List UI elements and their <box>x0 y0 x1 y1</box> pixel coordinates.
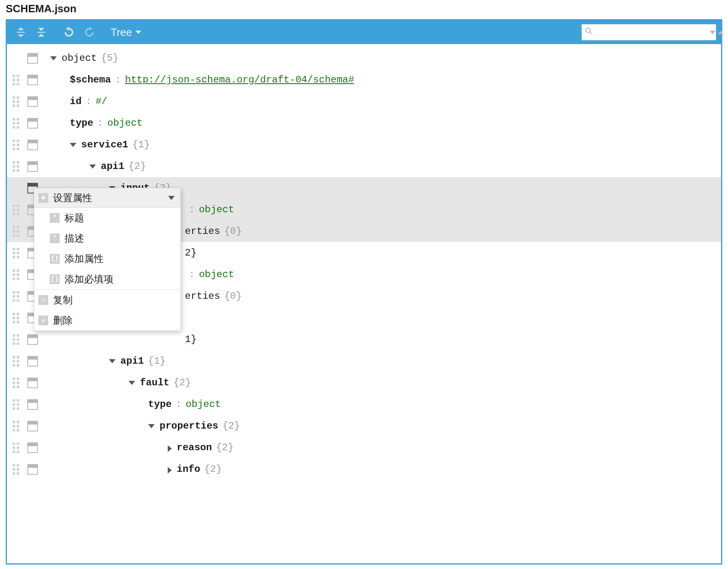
drag-handle-icon[interactable] <box>13 226 23 237</box>
tree-row[interactable]: $schema:http://json-schema.org/draft-04/… <box>7 69 721 91</box>
drag-handle-icon[interactable] <box>13 378 23 388</box>
tree-row[interactable]: properties{2} <box>7 415 721 437</box>
context-menu-item[interactable]: ❐复制 <box>34 290 180 310</box>
context-menu-item[interactable]: "标题 <box>34 208 180 228</box>
plus-icon: + <box>38 193 48 203</box>
row-menu-button[interactable] <box>27 356 38 367</box>
tree-row[interactable]: api1{2} <box>7 156 721 177</box>
tree-row[interactable]: type:object <box>7 112 721 134</box>
svg-marker-0 <box>18 27 24 30</box>
row-menu-button[interactable] <box>27 118 38 129</box>
drag-handle-icon[interactable] <box>13 96 23 107</box>
node-key: 2} <box>185 247 197 258</box>
node-count: {1} <box>148 356 166 367</box>
row-menu-button[interactable] <box>27 378 38 388</box>
row-menu-button[interactable] <box>27 399 38 410</box>
chevron-down-icon <box>135 31 141 34</box>
caret-down-icon[interactable] <box>50 56 57 60</box>
context-menu-item[interactable]: []添加必填项 <box>34 269 180 289</box>
search-icon <box>584 27 593 38</box>
row-menu-button[interactable] <box>27 464 38 475</box>
tree-row[interactable]: fault{2} <box>7 372 721 393</box>
drag-handle-icon[interactable] <box>13 313 23 323</box>
row-menu-button[interactable] <box>27 53 38 64</box>
search-prev-icon[interactable] <box>718 31 724 34</box>
node-count: {2} <box>173 377 191 388</box>
row-menu-button[interactable] <box>27 442 38 453</box>
drag-handle-icon[interactable] <box>13 248 23 258</box>
tree-row[interactable]: id :#/ <box>7 91 721 112</box>
row-menu-button[interactable] <box>27 140 38 150</box>
caret-down-icon[interactable] <box>89 164 96 169</box>
drag-handle-icon[interactable] <box>13 140 23 150</box>
drag-handle-icon[interactable] <box>13 291 23 302</box>
node-key: service1 <box>81 139 128 150</box>
key-separator: : <box>189 204 195 215</box>
context-menu-item[interactable]: {}添加属性 <box>34 249 180 269</box>
redo-button[interactable] <box>80 23 98 41</box>
drag-handle-icon[interactable] <box>13 269 23 280</box>
node-count: {5} <box>101 53 118 64</box>
context-menu-item[interactable]: ✕删除 <box>34 310 180 331</box>
context-menu-item-label: 删除 <box>53 314 73 327</box>
svg-marker-7 <box>89 27 93 31</box>
caret-down-icon[interactable] <box>129 381 135 385</box>
drag-handle-icon[interactable] <box>13 75 23 85</box>
svg-marker-3 <box>38 28 44 31</box>
search-input[interactable] <box>596 27 708 38</box>
drag-handle-icon[interactable] <box>13 334 23 345</box>
tree-row[interactable]: type:object <box>7 393 721 415</box>
tree-row[interactable]: info{2} <box>7 458 721 480</box>
node-count: {0} <box>224 226 242 237</box>
node-value[interactable]: http://json-schema.org/draft-04/schema# <box>125 74 354 85</box>
row-menu-button[interactable] <box>27 96 38 107</box>
search-box[interactable] <box>582 24 716 40</box>
editor-frame: Tree object{5}$schema:http://json-schema… <box>6 19 722 565</box>
drag-handle-icon[interactable] <box>13 356 23 367</box>
mode-select[interactable]: Tree <box>111 26 141 39</box>
key-separator: : <box>115 74 121 85</box>
tree-row[interactable]: api1{1} <box>7 350 721 372</box>
caret-right-icon[interactable] <box>168 445 172 452</box>
row-menu-button[interactable] <box>27 334 38 345</box>
row-menu-button[interactable] <box>27 161 38 172</box>
caret-down-icon[interactable] <box>109 359 115 363</box>
tree-row[interactable]: 1} <box>7 329 721 350</box>
node-key: reason <box>177 442 212 453</box>
drag-handle-icon[interactable] <box>13 421 23 431</box>
node-value: object <box>107 118 142 129</box>
drag-handle-icon[interactable] <box>13 442 23 453</box>
node-key: type <box>148 399 172 410</box>
caret-down-icon[interactable] <box>148 424 155 428</box>
context-menu-item-label: 复制 <box>53 293 73 307</box>
context-menu-title: 设置属性 <box>53 191 168 204</box>
svg-marker-6 <box>66 27 69 31</box>
tree-body: object{5}$schema:http://json-schema.org/… <box>7 44 721 563</box>
drag-handle-icon[interactable] <box>13 204 23 215</box>
caret-right-icon[interactable] <box>168 467 172 473</box>
expand-all-button[interactable] <box>12 23 30 41</box>
node-count: {2} <box>129 161 146 172</box>
undo-button[interactable] <box>60 23 78 41</box>
search-next-icon[interactable] <box>710 31 715 34</box>
tree-row[interactable]: object{5} <box>7 47 721 69</box>
context-menu-header[interactable]: + 设置属性 <box>34 188 180 208</box>
node-key: id <box>70 96 82 107</box>
mode-label: Tree <box>111 26 132 39</box>
node-key: type <box>70 118 93 129</box>
context-menu-item-label: 添加必填项 <box>64 273 113 286</box>
drag-handle-icon[interactable] <box>13 118 23 129</box>
tree-row[interactable]: reason{2} <box>7 437 721 458</box>
drag-handle-icon[interactable] <box>13 464 23 475</box>
node-count: {0} <box>224 291 242 302</box>
row-menu-button[interactable] <box>27 421 38 431</box>
drag-handle-icon[interactable] <box>13 399 23 410</box>
collapse-all-button[interactable] <box>32 23 50 41</box>
node-key: info <box>177 464 200 475</box>
drag-handle-icon[interactable] <box>13 161 23 172</box>
row-menu-button[interactable] <box>27 75 38 85</box>
context-menu-item-icon: [] <box>50 274 60 284</box>
context-menu-item[interactable]: "描述 <box>34 228 180 249</box>
tree-row[interactable]: service1{1} <box>7 134 721 156</box>
caret-down-icon[interactable] <box>70 143 76 147</box>
